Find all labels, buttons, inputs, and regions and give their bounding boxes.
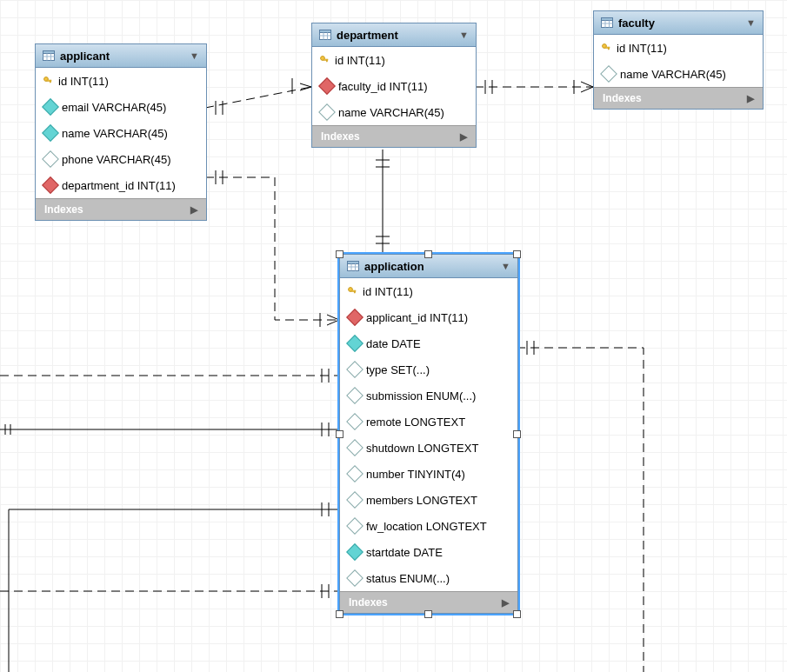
table-icon <box>319 30 331 40</box>
column-nullable-icon <box>346 491 363 509</box>
column-notnull-icon <box>42 124 59 142</box>
column-notnull-icon <box>346 335 363 352</box>
column-text: name VARCHAR(45) <box>62 127 168 140</box>
column-text: id INT(11) <box>617 42 667 55</box>
indexes-label: Indexes <box>349 596 388 609</box>
table-column[interactable]: number TINYINT(4) <box>340 461 517 487</box>
table-column[interactable]: remote LONGTEXT <box>340 409 517 435</box>
svg-rect-36 <box>50 81 50 83</box>
column-text: remote LONGTEXT <box>366 416 465 429</box>
table-application[interactable]: application▼id INT(11)applicant_id INT(1… <box>339 254 518 614</box>
table-header[interactable]: department▼ <box>312 23 476 47</box>
primary-key-icon <box>319 55 330 65</box>
indexes-label: Indexes <box>603 92 642 104</box>
table-column[interactable]: id INT(11) <box>340 278 517 304</box>
selection-handle[interactable] <box>513 610 521 618</box>
indexes-section[interactable]: Indexes▶ <box>36 198 206 220</box>
column-text: members LONGTEXT <box>366 494 477 507</box>
table-column[interactable]: members LONGTEXT <box>340 487 517 513</box>
column-text: email VARCHAR(45) <box>62 101 166 114</box>
table-column[interactable]: name VARCHAR(45) <box>312 99 476 125</box>
column-text: number TINYINT(4) <box>366 468 465 481</box>
table-column[interactable]: email VARCHAR(45) <box>36 94 206 120</box>
table-column[interactable]: date DATE <box>340 330 517 356</box>
table-header[interactable]: applicant▼ <box>36 44 206 68</box>
foreign-key-icon <box>42 176 59 194</box>
table-column[interactable]: name VARCHAR(45) <box>36 120 206 146</box>
indexes-label: Indexes <box>321 130 360 143</box>
selection-handle[interactable] <box>424 610 432 618</box>
collapse-icon[interactable]: ▼ <box>746 17 756 28</box>
column-text: id INT(11) <box>58 75 109 88</box>
svg-rect-54 <box>348 262 359 264</box>
table-name: department <box>337 29 459 42</box>
table-column[interactable]: shutdown LONGTEXT <box>340 435 517 461</box>
table-column[interactable]: faculty_id INT(11) <box>312 73 476 99</box>
indexes-section[interactable]: Indexes▶ <box>594 87 763 109</box>
table-faculty[interactable]: faculty▼id INT(11)name VARCHAR(45)Indexe… <box>593 10 764 110</box>
column-nullable-icon <box>318 103 336 121</box>
table-column[interactable]: id INT(11) <box>312 47 476 73</box>
column-nullable-icon <box>42 150 59 168</box>
table-icon <box>601 17 613 28</box>
column-nullable-icon <box>346 439 363 456</box>
table-icon <box>347 261 359 271</box>
table-header[interactable]: application▼ <box>340 255 517 278</box>
expand-icon[interactable]: ▶ <box>502 597 509 609</box>
column-text: faculty_id INT(11) <box>338 80 428 93</box>
primary-key-icon <box>347 286 357 296</box>
table-column[interactable]: department_id INT(11) <box>36 172 206 198</box>
selection-handle[interactable] <box>336 250 343 258</box>
svg-rect-44 <box>326 60 327 62</box>
table-column[interactable]: submission ENUM(...) <box>340 383 517 409</box>
selection-handle[interactable] <box>513 250 521 258</box>
collapse-icon[interactable]: ▼ <box>190 50 199 61</box>
column-text: type SET(...) <box>366 363 430 376</box>
table-column[interactable]: status ENUM(...) <box>340 565 517 591</box>
column-text: fw_location LONGTEXT <box>366 520 487 533</box>
column-text: startdate DATE <box>366 546 443 559</box>
collapse-icon[interactable]: ▼ <box>501 261 510 271</box>
svg-rect-30 <box>43 51 55 54</box>
svg-rect-46 <box>602 18 613 21</box>
expand-icon[interactable]: ▶ <box>747 93 754 104</box>
foreign-key-icon <box>318 77 336 95</box>
table-name: application <box>364 260 501 273</box>
column-text: phone VARCHAR(45) <box>62 153 170 166</box>
foreign-key-icon <box>346 309 363 326</box>
table-column[interactable]: phone VARCHAR(45) <box>36 146 206 172</box>
column-nullable-icon <box>346 517 363 535</box>
selection-handle[interactable] <box>336 430 343 438</box>
column-nullable-icon <box>346 387 363 404</box>
primary-key-icon <box>43 76 53 86</box>
table-applicant[interactable]: applicant▼id INT(11)email VARCHAR(45)nam… <box>35 43 207 221</box>
table-column[interactable]: startdate DATE <box>340 539 517 565</box>
indexes-label: Indexes <box>44 203 83 216</box>
column-text: name VARCHAR(45) <box>338 106 444 119</box>
column-text: name VARCHAR(45) <box>620 68 726 81</box>
selection-handle[interactable] <box>513 430 521 438</box>
table-column[interactable]: id INT(11) <box>594 35 763 61</box>
column-text: date DATE <box>366 337 421 350</box>
table-header[interactable]: faculty▼ <box>594 11 763 35</box>
primary-key-icon <box>601 43 611 53</box>
svg-rect-60 <box>354 291 355 293</box>
table-column[interactable]: applicant_id INT(11) <box>340 304 517 330</box>
svg-rect-52 <box>608 48 609 50</box>
table-name: faculty <box>618 17 746 30</box>
column-notnull-icon <box>42 98 59 116</box>
collapse-icon[interactable]: ▼ <box>459 30 469 40</box>
table-name: applicant <box>60 50 190 63</box>
table-column[interactable]: type SET(...) <box>340 356 517 383</box>
expand-icon[interactable]: ▶ <box>460 131 467 143</box>
table-department[interactable]: department▼id INT(11)faculty_id INT(11)n… <box>311 23 477 148</box>
column-notnull-icon <box>346 543 363 561</box>
indexes-section[interactable]: Indexes▶ <box>312 125 476 147</box>
selection-handle[interactable] <box>336 610 343 618</box>
expand-icon[interactable]: ▶ <box>190 204 197 216</box>
table-column[interactable]: fw_location LONGTEXT <box>340 513 517 539</box>
table-column[interactable]: name VARCHAR(45) <box>594 61 763 87</box>
selection-handle[interactable] <box>424 250 432 258</box>
table-column[interactable]: id INT(11) <box>36 68 206 94</box>
column-nullable-icon <box>346 361 363 378</box>
